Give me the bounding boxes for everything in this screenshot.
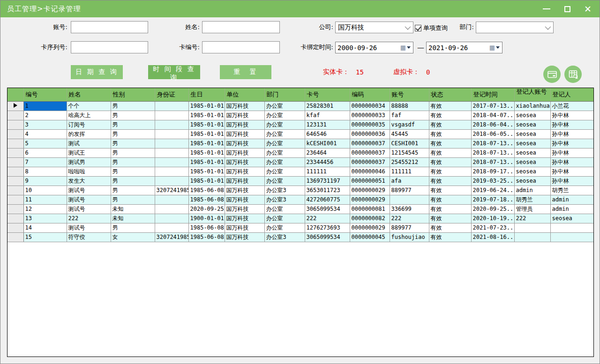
table-cell[interactable]	[550, 223, 594, 232]
table-cell[interactable]	[155, 195, 188, 204]
table-cell[interactable]: 国万科技	[225, 157, 264, 167]
table-cell[interactable]: 小兰花	[550, 101, 594, 111]
row-selector[interactable]	[8, 148, 23, 157]
table-cell[interactable]: 10	[23, 186, 67, 195]
table-cell[interactable]: 孙中林	[550, 129, 594, 139]
table-cell[interactable]: 222	[390, 214, 429, 223]
table-cell[interactable]: seosea	[514, 111, 550, 120]
table-cell[interactable]: 336699	[390, 204, 429, 214]
table-cell[interactable]: 2017-07-13...	[471, 101, 514, 111]
table-cell[interactable]: 啦啦啦	[67, 167, 111, 176]
table-cell[interactable]: 订阅号	[67, 120, 111, 129]
table-cell[interactable]: 孙中林	[550, 120, 594, 129]
table-cell[interactable]: 有效	[429, 111, 471, 120]
table-cell[interactable]: 0000000051	[350, 176, 390, 186]
table-cell[interactable]: 88888	[390, 101, 429, 111]
table-cell[interactable]: 有效	[429, 214, 471, 223]
table-cell[interactable]: 1900-01-01	[188, 214, 225, 223]
table-cell[interactable]: kfaf	[305, 111, 350, 120]
table-cell[interactable]	[155, 101, 188, 111]
table-cell[interactable]: 未知	[111, 214, 155, 223]
table-cell[interactable]: 2018-07-13...	[471, 157, 514, 167]
column-header-13[interactable]: 登记人账号	[514, 88, 550, 101]
table-cell[interactable]: 0000000045	[350, 232, 390, 242]
column-header-1[interactable]: 编号	[23, 88, 67, 101]
table-cell[interactable]	[155, 223, 188, 232]
table-cell[interactable]: 测试男	[67, 157, 111, 167]
table-cell[interactable]: 有效	[429, 139, 471, 148]
table-cell[interactable]: 国万科技	[225, 214, 264, 223]
table-cell[interactable]: 2018-09-17...	[471, 167, 514, 176]
table-cell[interactable]: vsgasdf	[390, 120, 429, 129]
table-cell[interactable]: 男	[111, 186, 155, 195]
row-selector[interactable]	[8, 176, 23, 186]
table-cell[interactable]: 0000000029	[350, 186, 390, 195]
card-no-input[interactable]	[202, 41, 280, 53]
table-cell[interactable]: 未知	[111, 204, 155, 214]
row-selector[interactable]	[8, 204, 23, 214]
table-cell[interactable]: 国万科技	[225, 204, 264, 214]
table-cell[interactable]: 0000000035	[350, 120, 390, 129]
table-cell[interactable]: 国万科技	[225, 186, 264, 195]
table-cell[interactable]: 办公室	[264, 204, 305, 214]
table-cell[interactable]: seosea	[514, 148, 550, 157]
table-cell[interactable]: 14	[23, 223, 67, 232]
table-cell[interactable]: 国万科技	[225, 139, 264, 148]
table-cell[interactable]: 1985-01-01	[188, 139, 225, 148]
table-cell[interactable]: 有效	[429, 148, 471, 157]
table-cell[interactable]: 3065099534	[305, 204, 350, 214]
table-cell[interactable]: 男	[111, 223, 155, 232]
table-cell[interactable]: 办公室	[264, 223, 305, 232]
table-cell[interactable]: 2020-09-25	[188, 204, 225, 214]
account-input[interactable]	[71, 21, 148, 33]
bind-time-to-picker[interactable]: 2021-09-26 ▦	[426, 42, 502, 53]
table-cell[interactable]: 2018-06-05...	[471, 129, 514, 139]
table-cell[interactable]: 男	[111, 111, 155, 120]
table-cell[interactable]: 测试	[67, 139, 111, 148]
table-cell[interactable]: 女	[111, 232, 155, 242]
table-cell[interactable]: 3065099534	[305, 232, 350, 242]
table-cell[interactable]: 0000000081	[350, 204, 390, 214]
date-query-button[interactable]: 日 期 查 询	[71, 65, 123, 79]
table-cell[interactable]: 1985-01-01	[188, 101, 225, 111]
table-cell[interactable]: 测试号	[67, 186, 111, 195]
table-cell[interactable]: 胡秀兰	[550, 186, 594, 195]
table-cell[interactable]: 6	[23, 148, 67, 157]
table-cell[interactable]: kCESHI001	[305, 139, 350, 148]
table-cell[interactable]: 办公室	[264, 167, 305, 176]
table-cell[interactable]: faf	[390, 111, 429, 120]
table-cell[interactable]: 国万科技	[225, 167, 264, 176]
row-selector[interactable]	[8, 139, 23, 148]
table-cell[interactable]: 0000000037	[350, 157, 390, 167]
table-cell[interactable]: 1985-06-08	[188, 223, 225, 232]
table-cell[interactable]: 1985-01-01	[188, 120, 225, 129]
table-cell[interactable]: 啥高大上	[67, 111, 111, 120]
select-all-corner[interactable]	[8, 88, 23, 101]
table-cell[interactable]: 3	[23, 120, 67, 129]
table-cell[interactable]: 有效	[429, 101, 471, 111]
table-cell[interactable]: 办公室	[264, 101, 305, 111]
maximize-button[interactable]	[560, 2, 574, 16]
table-cell[interactable]: 男	[111, 148, 155, 157]
table-cell[interactable]: 8	[23, 167, 67, 176]
table-cell[interactable]: 1985-01-01	[188, 111, 225, 120]
table-cell[interactable]: xiaolanhua	[514, 101, 550, 111]
table-cell[interactable]: 2018-07-13...	[471, 139, 514, 148]
table-cell[interactable]: 9	[23, 176, 67, 186]
table-cell[interactable]: 111111	[390, 167, 429, 176]
row-selector[interactable]	[8, 129, 23, 139]
table-cell[interactable]	[514, 232, 550, 242]
table-cell[interactable]: 国万科技	[225, 223, 264, 232]
table-cell[interactable]	[514, 223, 550, 232]
table-cell[interactable]: 办公室	[264, 148, 305, 157]
table-cell[interactable]: 1985-06-08	[188, 232, 225, 242]
card-view-button[interactable]	[543, 66, 561, 83]
table-cell[interactable]: 办公室	[264, 120, 305, 129]
table-cell[interactable]: 2021-08-16...	[471, 232, 514, 242]
table-cell[interactable]: 2019-03-25...	[471, 176, 514, 186]
table-cell[interactable]	[155, 139, 188, 148]
row-selector[interactable]	[8, 195, 23, 204]
table-cell[interactable]	[550, 232, 594, 242]
table-cell[interactable]: 符守佼	[67, 232, 111, 242]
table-cell[interactable]: 办公室	[264, 176, 305, 186]
